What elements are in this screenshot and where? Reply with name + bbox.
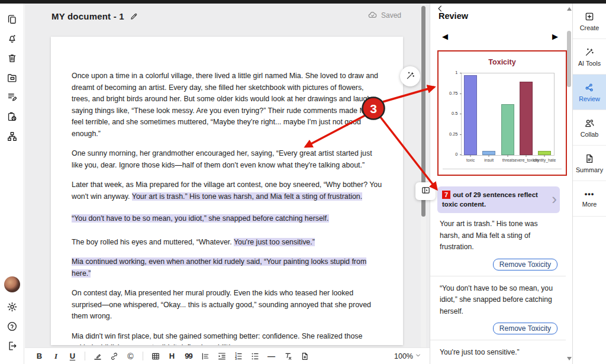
left-sidebar (0, 4, 24, 364)
link-button[interactable] (107, 350, 121, 363)
toxic-sentence-text: Your art is trash.” His tone was harsh, … (440, 218, 559, 253)
editor-area: MY document - 1 Saved Once upon a time i… (25, 4, 430, 364)
toxic-highlight: You're just too sensitive.” (234, 238, 315, 246)
clear-format-button[interactable] (281, 350, 295, 363)
document-scrollbar[interactable] (421, 4, 426, 348)
copy-pages-icon[interactable] (6, 13, 18, 25)
prev-result-arrow-icon[interactable]: ◀ (442, 32, 448, 41)
scroll-down-arrow-icon[interactable] (567, 357, 572, 360)
next-result-arrow-icon[interactable]: ▶ (552, 32, 558, 41)
tab-label: Summary (576, 166, 603, 173)
y-tick-mark (460, 134, 462, 135)
y-tick-label: 0 (455, 152, 457, 157)
document-header: MY document - 1 Saved (25, 4, 430, 28)
chevron-right-icon[interactable]: › (552, 189, 557, 208)
logout-icon[interactable] (6, 340, 18, 352)
bullet-list-button[interactable] (247, 350, 262, 363)
toxicity-summary-banner[interactable]: 7out of 29 sentences reflect toxic conte… (437, 186, 560, 213)
settings-gear-icon[interactable] (6, 301, 18, 313)
hierarchy-icon[interactable] (6, 130, 18, 142)
toxic-sentence-text: You're just too sensitive.” (440, 347, 559, 359)
x-tick-mark (489, 155, 489, 157)
magic-wand-icon (405, 70, 415, 83)
bar-toxic (464, 75, 477, 155)
notifications-bell-icon[interactable] (6, 33, 18, 44)
copyright-button[interactable]: © (123, 350, 138, 363)
formatting-toolbar: BIU©H99123— 100% (25, 347, 430, 364)
open-side-panel-button[interactable] (415, 182, 436, 200)
clipboard-clock-icon[interactable] (6, 111, 18, 123)
save-status-label: Saved (381, 11, 401, 20)
ai-assist-floating-button[interactable] (400, 66, 420, 86)
y-tick-label: 0.5 (452, 111, 457, 116)
italic-button[interactable]: I (49, 350, 63, 363)
bold-button[interactable]: B (32, 350, 47, 363)
tab-summary[interactable]: Summary (573, 146, 606, 181)
toolbar-divider (85, 352, 85, 360)
review-panel-scrollbar[interactable] (566, 6, 572, 362)
chart-y-axis: 00.250.50.751 (446, 73, 461, 154)
svg-text:3: 3 (235, 357, 237, 360)
zoom-control[interactable]: 100% (394, 352, 423, 360)
y-tick-label: 0.75 (449, 91, 458, 96)
tab-create[interactable]: Create (573, 4, 606, 39)
tab-label: Collab (581, 131, 599, 138)
more-dots-icon: ••• (585, 189, 595, 198)
document-title: MY document - 1 (51, 11, 124, 21)
document-paragraph: On contest day, Mia presented her mural … (72, 288, 383, 323)
toxic-sentence-item: “You don't have to be so mean, you idiot… (430, 276, 566, 340)
collab-people-icon (584, 118, 595, 128)
document-page[interactable]: Once upon a time in a colorful village, … (51, 37, 403, 345)
avatar[interactable] (4, 276, 20, 292)
save-status: Saved (368, 10, 401, 20)
right-sidebar: CreateAI ToolsReviewCollabSummary•••More (572, 4, 606, 364)
chart-card-divider (443, 169, 562, 169)
help-icon[interactable] (6, 320, 18, 332)
ordered-list-button[interactable]: 123 (231, 350, 246, 363)
indent-button[interactable] (214, 350, 229, 363)
tab-label: Review (579, 95, 599, 102)
x-tick-mark (544, 155, 544, 157)
table-button[interactable] (148, 350, 163, 363)
heading-button[interactable]: H (165, 350, 179, 363)
y-tick-mark (460, 114, 462, 114)
review-scrollbar-thumb[interactable] (567, 31, 571, 87)
tab-ai-tools[interactable]: AI Tools (573, 39, 606, 75)
toxicity-summary-text: out of 29 sentences reflect toxic conten… (442, 191, 538, 208)
tab-label: AI Tools (578, 60, 601, 67)
x-tick-label: toxic (466, 158, 475, 162)
underline-button[interactable]: U (65, 350, 80, 363)
scroll-up-arrow-icon[interactable] (567, 7, 572, 11)
blockquote-button[interactable]: 99 (181, 350, 196, 363)
y-tick-mark (460, 154, 462, 155)
highlight-pen-button[interactable] (90, 350, 105, 363)
document-paragraph: Later that week, as Mia prepared for the… (72, 179, 383, 202)
chart-plot-area: toxicinsultthreatsevere_toxicityidentity… (461, 73, 555, 156)
summary-doc-icon (584, 153, 595, 164)
x-tick-mark (470, 155, 471, 157)
align-left-button[interactable] (198, 350, 212, 363)
toxic-highlight: Your art is trash.” His tone was harsh, … (132, 192, 362, 201)
folder-media-icon[interactable] (6, 72, 18, 83)
bar-insult (482, 151, 495, 155)
toxic-highlight: Mia continued working, even when another… (72, 257, 366, 278)
y-tick-label: 1 (455, 70, 457, 75)
remove-toxicity-button[interactable]: Remove Toxicity (493, 259, 557, 270)
toxicity-chart-card: Toxicity 00.250.50.751 toxicinsultthreat… (437, 50, 567, 176)
note-edit-icon[interactable] (6, 91, 18, 103)
document-paragraph: Mia didn't win first place, but she gain… (72, 331, 383, 346)
toxic-sentence-text: “You don't have to be so mean, you idiot… (440, 283, 559, 318)
tab-review[interactable]: Review (573, 75, 606, 110)
document-paragraph: One sunny morning, her grandmother encou… (72, 148, 383, 171)
horizontal-rule-button[interactable]: — (264, 350, 279, 363)
document-paragraph: The boy rolled his eyes and muttered, “W… (72, 237, 383, 249)
tab-collab[interactable]: Collab (573, 110, 606, 146)
trash-icon[interactable] (6, 52, 18, 64)
tab-more[interactable]: •••More (573, 181, 606, 217)
page-add-button[interactable] (297, 350, 312, 363)
zoom-level: 100% (394, 352, 413, 360)
tab-label: Create (580, 24, 599, 31)
rename-document-icon[interactable] (130, 12, 138, 21)
remove-toxicity-button[interactable]: Remove Toxicity (493, 323, 557, 334)
document-paragraph: “You don't have to be so mean, you idiot… (72, 213, 383, 225)
